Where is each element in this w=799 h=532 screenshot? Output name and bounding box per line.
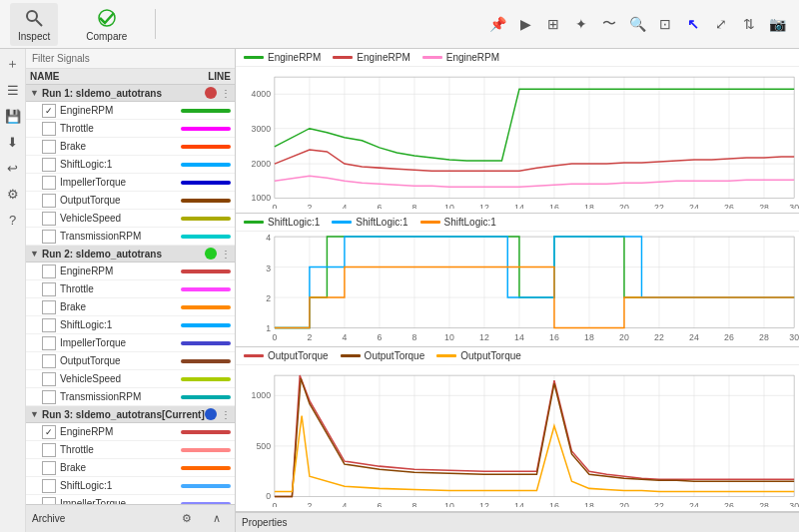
svg-text:6: 6: [377, 202, 382, 208]
compare-icon: [96, 7, 118, 29]
run-menu-1[interactable]: ⋮: [221, 88, 231, 99]
help-icon[interactable]: ?: [2, 209, 24, 231]
signal-line-3-4: [181, 484, 231, 488]
signal-check-3-1[interactable]: ✓: [42, 425, 56, 439]
run-header-1[interactable]: ▼ Run 1: sldemo_autotrans ⋮: [26, 85, 235, 102]
legend-color-2: [333, 56, 353, 59]
grid-icon[interactable]: ⊞: [541, 12, 565, 36]
signal-row-1-3: Brake: [26, 138, 235, 156]
signal-row-2-1: EngineRPM: [26, 263, 235, 280]
signal-check-3-4[interactable]: [42, 479, 56, 493]
svg-text:1000: 1000: [252, 193, 271, 203]
svg-text:30: 30: [789, 501, 799, 507]
signal-check-3-3[interactable]: [42, 461, 56, 475]
svg-text:20: 20: [619, 202, 629, 208]
svg-text:14: 14: [514, 202, 524, 208]
signal-check-2-6[interactable]: [42, 354, 56, 368]
settings-icon[interactable]: ⚙: [2, 183, 24, 205]
svg-text:8: 8: [411, 501, 416, 507]
signal-row-1-6: OutputTorque: [26, 192, 235, 210]
signal-row-2-2: Throttle: [26, 280, 235, 298]
download-icon[interactable]: ⬇: [2, 131, 24, 153]
signal-check-3-2[interactable]: [42, 443, 56, 457]
signal-check-1-4[interactable]: [42, 158, 56, 172]
signal-line-2-8: [181, 395, 231, 399]
signal-check-2-2[interactable]: [42, 282, 56, 296]
signal-check-1-7[interactable]: [42, 212, 56, 226]
save-icon[interactable]: 💾: [2, 105, 24, 127]
signal-name-1-7: VehicleSpeed: [60, 213, 177, 224]
signal-line-3-2: [181, 448, 231, 452]
run-header-2[interactable]: ▼ Run 2: sldemo_autotrans ⋮: [26, 246, 235, 263]
run-menu-3[interactable]: ⋮: [221, 409, 231, 420]
svg-text:1000: 1000: [252, 391, 271, 401]
svg-text:4: 4: [342, 501, 347, 507]
signal-check-2-8[interactable]: [42, 390, 56, 404]
play-icon[interactable]: ▶: [513, 12, 537, 36]
svg-text:2: 2: [307, 331, 312, 341]
signal-line-2-5: [181, 341, 231, 345]
compare-button[interactable]: Compare: [78, 3, 135, 46]
signal-name-3-4: ShiftLogic:1: [60, 480, 177, 491]
undo-icon[interactable]: ↩: [2, 157, 24, 179]
archive-collapse-icon[interactable]: ∧: [205, 507, 229, 531]
signal-name-3-3: Brake: [60, 462, 177, 473]
signal-check-1-8[interactable]: [42, 230, 56, 244]
sparkle-icon[interactable]: ✦: [569, 12, 593, 36]
run-menu-2[interactable]: ⋮: [221, 249, 231, 260]
signal-name-1-4: ShiftLogic:1: [60, 159, 177, 170]
svg-text:12: 12: [479, 501, 489, 507]
svg-text:4: 4: [342, 202, 347, 208]
add-icon[interactable]: ＋: [2, 53, 24, 75]
signal-check-1-6[interactable]: [42, 194, 56, 208]
signal-check-2-7[interactable]: [42, 372, 56, 386]
signal-row-3-2: Throttle: [26, 441, 235, 459]
signal-row-3-1: ✓EngineRPM: [26, 423, 235, 441]
svg-text:500: 500: [256, 441, 271, 451]
chart1-legend: EngineRPM EngineRPM EngineRPM: [236, 49, 799, 67]
signal-check-1-2[interactable]: [42, 122, 56, 136]
inspect-button[interactable]: Inspect: [10, 3, 58, 46]
svg-text:26: 26: [724, 331, 734, 341]
signal-line-1-4: [181, 163, 231, 167]
svg-text:0: 0: [266, 492, 271, 502]
zoom-icon[interactable]: 🔍: [625, 12, 649, 36]
signal-check-2-5[interactable]: [42, 336, 56, 350]
archive-settings-icon[interactable]: ⚙: [175, 507, 199, 531]
svg-text:6: 6: [377, 501, 382, 507]
properties-bar: Properties: [236, 512, 799, 532]
wave-icon[interactable]: 〜: [597, 12, 621, 36]
pin-icon[interactable]: 📌: [485, 12, 509, 36]
run-arrow-3: ▼: [30, 409, 39, 419]
list-icon[interactable]: ☰: [2, 79, 24, 101]
signal-name-2-8: TransmissionRPM: [60, 391, 177, 402]
chart3-legend-color-3: [436, 354, 456, 357]
signal-check-2-3[interactable]: [42, 300, 56, 314]
svg-text:10: 10: [444, 202, 454, 208]
top-toolbar: Inspect Compare 📌 ▶ ⊞ ✦ 〜 🔍 ⊡ ↖ ⤢ ⇅ 📷: [0, 0, 799, 49]
signal-name-2-6: OutputTorque: [60, 355, 177, 366]
signal-check-1-3[interactable]: [42, 140, 56, 154]
svg-text:28: 28: [759, 331, 769, 341]
expand-icon[interactable]: ⤢: [709, 12, 733, 36]
swap-icon[interactable]: ⇅: [737, 12, 761, 36]
signal-check-2-4[interactable]: [42, 318, 56, 332]
signal-check-2-1[interactable]: [42, 265, 56, 278]
svg-text:24: 24: [689, 501, 699, 507]
signal-check-1-1[interactable]: ✓: [42, 104, 56, 118]
camera-icon[interactable]: 📷: [765, 12, 789, 36]
svg-text:22: 22: [654, 331, 664, 341]
line-column-header: LINE: [181, 71, 231, 82]
signal-check-3-5[interactable]: [42, 497, 56, 505]
chart1-line-red: [275, 150, 794, 171]
legend-label-2: EngineRPM: [357, 52, 409, 63]
run-header-3[interactable]: ▼ Run 3: sldemo_autotrans[Current] ⋮: [26, 406, 235, 423]
svg-text:2: 2: [266, 293, 271, 303]
run-arrow-1: ▼: [30, 88, 39, 98]
run-label-3: Run 3: sldemo_autotrans[Current]: [42, 409, 205, 420]
chart3-container: OutputTorque OutputTorque OutputTorque: [236, 347, 799, 512]
signal-check-1-5[interactable]: [42, 176, 56, 190]
cursor-icon[interactable]: ↖: [681, 12, 705, 36]
svg-text:2: 2: [307, 501, 312, 507]
box-zoom-icon[interactable]: ⊡: [653, 12, 677, 36]
